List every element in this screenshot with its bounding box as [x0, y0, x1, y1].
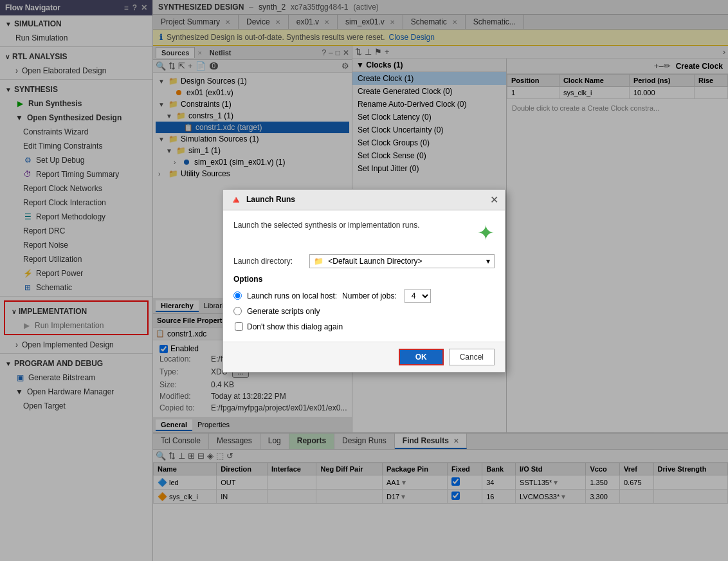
launch-dir-select[interactable]: 📁 <Default Launch Directory> ▾: [309, 254, 495, 268]
modal-title-text: Launch Runs: [246, 195, 295, 204]
folder-icon-modal: 📁: [314, 257, 323, 266]
local-host-text: Launch runs on local host:: [247, 291, 337, 300]
jobs-select[interactable]: 4 2 8: [405, 289, 431, 303]
modal-overlay[interactable]: 🔺 Launch Runs ✕ Launch the selected synt…: [0, 0, 728, 561]
launch-dir-label: Launch directory:: [233, 257, 304, 266]
generate-scripts-row: Generate scripts only: [233, 307, 495, 316]
vivado-brand-icon: ✦: [477, 221, 495, 245]
modal-close-btn[interactable]: ✕: [490, 194, 498, 206]
dont-show-label: Don't show this dialog again: [247, 322, 343, 331]
modal-description: Launch the selected synthesis or impleme…: [233, 221, 420, 230]
launch-dir-value: 📁 <Default Launch Directory>: [314, 257, 422, 266]
local-host-label: Launch runs on local host:: [247, 291, 337, 300]
local-host-radio[interactable]: [233, 291, 242, 300]
launch-runs-modal: 🔺 Launch Runs ✕ Launch the selected synt…: [223, 189, 505, 372]
generate-scripts-radio[interactable]: [233, 307, 242, 315]
ok-button[interactable]: OK: [399, 349, 444, 365]
cancel-button[interactable]: Cancel: [449, 349, 495, 365]
vivado-logo-icon: 🔺: [230, 194, 242, 206]
generate-scripts-text: Generate scripts only: [247, 307, 320, 316]
dropdown-icon: ▾: [486, 257, 490, 266]
jobs-label: Number of jobs:: [342, 291, 397, 300]
modal-footer: OK Cancel: [223, 342, 505, 372]
options-section: Options Launch runs on local host: Numbe…: [233, 275, 495, 331]
generate-scripts-label: Generate scripts only: [247, 307, 320, 316]
local-host-row: Launch runs on local host: Number of job…: [233, 289, 495, 303]
modal-desc-row: Launch the selected synthesis or impleme…: [233, 221, 495, 245]
dont-show-row: Don't show this dialog again: [233, 322, 495, 331]
launch-dir-text: <Default Launch Directory>: [328, 257, 422, 266]
modal-body: Launch the selected synthesis or impleme…: [223, 210, 505, 342]
modal-dir-row: Launch directory: 📁 <Default Launch Dire…: [233, 254, 495, 268]
options-title: Options: [233, 275, 495, 284]
modal-header: 🔺 Launch Runs ✕: [223, 190, 505, 210]
dont-show-checkbox[interactable]: [235, 322, 243, 331]
modal-title: 🔺 Launch Runs: [230, 194, 295, 206]
